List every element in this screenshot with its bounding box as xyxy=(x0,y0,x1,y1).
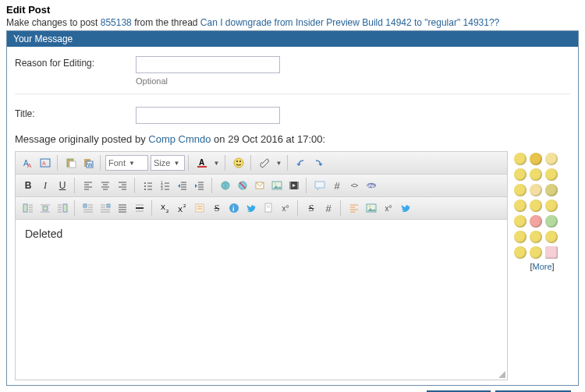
smilie-16[interactable] xyxy=(530,231,542,243)
title-input[interactable] xyxy=(136,107,280,124)
title-label: Title: xyxy=(15,107,136,119)
email-icon[interactable] xyxy=(251,178,268,193)
img-left-icon[interactable] xyxy=(20,200,37,216)
message-panel: Your Message Reason for Editing: Optiona… xyxy=(6,30,579,386)
editor-body[interactable]: Deleted xyxy=(16,220,507,380)
paste-icon[interactable] xyxy=(62,155,80,171)
link-icon[interactable] xyxy=(217,178,234,193)
ol-icon[interactable]: 123 xyxy=(157,178,174,193)
superscript-icon[interactable]: X2 xyxy=(174,200,191,216)
justify-icon[interactable] xyxy=(114,200,131,216)
xdeg-icon[interactable]: x° xyxy=(277,200,294,216)
svg-text:X: X xyxy=(161,203,165,211)
indent-icon[interactable] xyxy=(191,178,208,193)
bold-icon[interactable]: B xyxy=(20,178,37,193)
php-icon[interactable]: php xyxy=(363,178,380,193)
smilie-7[interactable] xyxy=(530,184,542,196)
image2-icon[interactable] xyxy=(363,200,380,216)
resize-grip[interactable] xyxy=(496,369,507,380)
smilie-11[interactable] xyxy=(545,200,558,212)
svg-rect-76 xyxy=(107,204,110,207)
svg-rect-92 xyxy=(196,204,204,212)
svg-point-51 xyxy=(275,183,276,185)
undo-icon[interactable] xyxy=(292,155,310,171)
smilie-more-link[interactable]: More xyxy=(532,262,551,271)
smilie-icon[interactable] xyxy=(230,155,247,171)
svg-point-12 xyxy=(236,161,238,162)
smilie-19[interactable] xyxy=(530,246,542,259)
hash2-icon[interactable]: # xyxy=(320,200,337,216)
strike-icon[interactable]: S xyxy=(208,200,225,216)
unlink-icon[interactable] xyxy=(234,178,251,193)
hash-icon[interactable]: # xyxy=(328,178,346,193)
smilie-1[interactable] xyxy=(530,153,542,165)
subtitle-pre: Make changes to post xyxy=(6,17,101,28)
left2-icon[interactable] xyxy=(346,200,363,216)
reason-input[interactable] xyxy=(136,56,280,73)
ul-icon[interactable] xyxy=(140,178,157,193)
svg-text:2: 2 xyxy=(183,203,186,208)
quote-icon[interactable] xyxy=(311,178,328,193)
redo-icon[interactable] xyxy=(310,155,327,171)
align-center-icon[interactable] xyxy=(97,178,114,193)
twitter-icon[interactable] xyxy=(243,200,260,216)
outdent-icon[interactable] xyxy=(174,178,191,193)
smilie-12[interactable] xyxy=(514,215,526,228)
meta-post: on 29 Oct 2016 at 17:00: xyxy=(211,133,325,145)
smilie-0[interactable] xyxy=(514,153,526,165)
subscript-icon[interactable]: X2 xyxy=(157,200,174,216)
align-right-icon[interactable] xyxy=(114,178,131,193)
page-subtitle: Make changes to post 855138 from the thr… xyxy=(6,17,579,28)
svg-text:A: A xyxy=(199,158,204,167)
image-icon[interactable] xyxy=(268,178,285,193)
smilie-2[interactable] xyxy=(545,153,558,165)
attachment-icon[interactable] xyxy=(256,155,273,171)
float-right-icon[interactable] xyxy=(97,200,114,216)
video-icon[interactable] xyxy=(285,178,303,193)
toggle-source-icon[interactable]: A xyxy=(37,155,54,171)
text-color-dropdown[interactable]: ▼ xyxy=(211,160,222,167)
remove-format-icon[interactable]: AA xyxy=(20,155,37,171)
page-icon[interactable] xyxy=(260,200,277,216)
thread-link[interactable]: Can I downgrade from Insider Preview Bui… xyxy=(200,17,499,28)
img-center-icon[interactable] xyxy=(37,200,54,216)
note-icon[interactable] xyxy=(191,200,208,216)
smilie-6[interactable] xyxy=(514,184,526,196)
smilie-9[interactable] xyxy=(514,200,526,212)
paste-word-icon[interactable]: W xyxy=(80,155,97,171)
smilie-15[interactable] xyxy=(514,231,526,243)
smilie-18[interactable] xyxy=(514,246,526,259)
italic-icon[interactable]: I xyxy=(37,178,54,193)
info-icon[interactable]: i xyxy=(225,200,243,216)
svg-text:A: A xyxy=(42,161,46,166)
font-select[interactable]: Font▼ xyxy=(105,155,148,171)
smilie-20[interactable] xyxy=(545,246,558,259)
smilie-14[interactable] xyxy=(545,215,558,228)
smilie-4[interactable] xyxy=(530,168,542,181)
twitter2-icon[interactable] xyxy=(397,200,414,216)
html-icon[interactable]: <> xyxy=(346,178,363,193)
underline-icon[interactable]: U xyxy=(54,178,71,193)
author-link[interactable]: Comp Cmndo xyxy=(148,133,211,145)
reason-label: Reason for Editing: xyxy=(15,56,136,69)
xdeg2-icon[interactable]: x° xyxy=(380,200,397,216)
strike2-icon[interactable]: S xyxy=(303,200,320,216)
float-left-icon[interactable] xyxy=(80,200,97,216)
img-right-icon[interactable] xyxy=(54,200,71,216)
svg-text:3: 3 xyxy=(161,186,163,191)
svg-text:i: i xyxy=(232,205,235,213)
smilie-10[interactable] xyxy=(530,200,542,212)
smilie-13[interactable] xyxy=(530,215,542,228)
smilie-17[interactable] xyxy=(545,231,558,243)
text-color-icon[interactable]: A xyxy=(193,155,211,171)
svg-rect-66 xyxy=(63,204,67,212)
size-select-label: Size xyxy=(154,158,170,168)
align-left-icon[interactable] xyxy=(80,178,97,193)
smilie-8[interactable] xyxy=(545,184,558,196)
size-select[interactable]: Size▼ xyxy=(151,155,185,171)
smilie-3[interactable] xyxy=(514,168,526,181)
post-id-link[interactable]: 855138 xyxy=(101,17,132,28)
attachment-dropdown[interactable]: ▼ xyxy=(273,160,284,167)
smilie-5[interactable] xyxy=(545,168,558,181)
hr-icon[interactable] xyxy=(131,200,148,216)
